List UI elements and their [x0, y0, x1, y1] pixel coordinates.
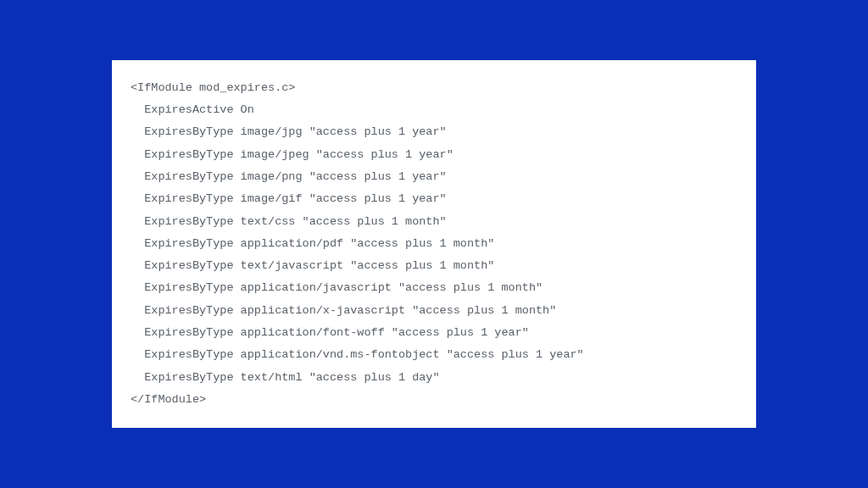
- code-block: <IfModule mod_expires.c> ExpiresActive O…: [112, 60, 756, 429]
- code-content: <IfModule mod_expires.c> ExpiresActive O…: [131, 81, 584, 406]
